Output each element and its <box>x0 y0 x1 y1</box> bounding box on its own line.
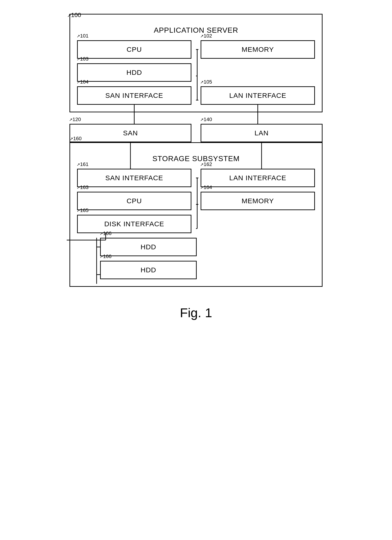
ref-165: ↗165 <box>77 207 89 213</box>
spacer-storage-row3 <box>201 215 315 233</box>
lan-interface-box-storage: LAN INTERFACE <box>201 169 315 187</box>
cpu-box-storage: CPU <box>77 192 191 210</box>
storage-inner: ↗161 SAN INTERFACE ↗162 LAN INTERFACE ↗1… <box>77 169 315 233</box>
storage-title: STORAGE SUBSYSTEM <box>77 155 315 163</box>
storage-container: ↗160 STORAGE SUBSYSTEM ↗161 SAN INTERFAC… <box>69 142 323 287</box>
ref-140: ↗140 <box>200 116 212 122</box>
disk-interface-wrapper: ↗165 DISK INTERFACE <box>77 215 191 233</box>
disk-interface-box: DISK INTERFACE <box>77 215 191 233</box>
hdd-section: ↗166 HDD ↗166 HDD <box>77 238 315 279</box>
ref-162: ↗162 <box>200 161 212 167</box>
ref-104: ↗104 <box>77 79 89 85</box>
hdd2-box-storage: HDD <box>100 261 197 279</box>
spacer-row2 <box>201 63 315 82</box>
storage-row1: ↗161 SAN INTERFACE ↗162 LAN INTERFACE <box>77 169 315 187</box>
cpu-box-app: CPU <box>77 40 191 59</box>
ref-102: ↗102 <box>200 33 212 39</box>
storage-row2: ↗163 CPU ↗164 MEMORY <box>77 192 315 210</box>
memory-box-storage: MEMORY <box>201 192 315 210</box>
memory-wrapper-app: ↗102 MEMORY <box>201 40 315 59</box>
ref-120: ↗120 <box>69 116 81 122</box>
app-server-inner: ↗101 CPU ↗102 MEMORY ↗103 HDD <box>77 40 315 105</box>
ref-166b: ↗166 <box>100 253 112 260</box>
san-interface-box-app: SAN INTERFACE <box>77 86 191 105</box>
app-server-row1: ↗101 CPU ↗102 MEMORY <box>77 40 315 59</box>
ref-161: ↗161 <box>77 161 89 167</box>
cpu-wrapper-app: ↗101 CPU <box>77 40 191 59</box>
ref-160: ↗160 <box>70 135 82 142</box>
lan-interface-box-app: LAN INTERFACE <box>201 86 315 105</box>
lan-interface-wrapper-app: ↗105 LAN INTERFACE <box>201 86 315 105</box>
network-row: ↗120 SAN ↗140 LAN <box>69 112 323 142</box>
san-interface-wrapper-app: ↗104 SAN INTERFACE <box>77 86 191 105</box>
app-server-row3: ↗104 SAN INTERFACE ↗105 LAN INTERFACE <box>77 86 315 105</box>
san-network-wrapper: ↗120 SAN <box>69 112 191 142</box>
ref-103: ↗103 <box>77 56 89 62</box>
app-server-title: APPLICATION SERVER <box>77 26 315 35</box>
cpu-wrapper-storage: ↗163 CPU <box>77 192 191 210</box>
lan-box: LAN <box>201 124 323 142</box>
ref-164: ↗164 <box>200 184 212 190</box>
ref-105: ↗105 <box>200 79 212 85</box>
memory-wrapper-storage: ↗164 MEMORY <box>201 192 315 210</box>
ref-163: ↗163 <box>77 184 89 190</box>
lan-network-wrapper: ↗140 LAN <box>201 112 323 142</box>
memory-box-app: MEMORY <box>201 40 315 59</box>
hdd1-wrapper-storage: ↗166 HDD <box>100 238 315 256</box>
ref-166a: ↗166 <box>100 230 112 236</box>
hdd-wrapper-app: ↗103 HDD <box>77 63 191 82</box>
hdd1-box-storage: HDD <box>100 238 197 256</box>
san-box: SAN <box>69 124 191 142</box>
diagram-wrapper: ↗100 APPLICATION SERVER ↗101 CPU ↗102 ME… <box>69 14 323 287</box>
app-server-row2: ↗103 HDD <box>77 63 315 82</box>
app-server-container: APPLICATION SERVER ↗101 CPU ↗102 MEMORY <box>69 14 323 112</box>
san-interface-wrapper-storage: ↗161 SAN INTERFACE <box>77 169 191 187</box>
hdd-box-app: HDD <box>77 63 191 82</box>
lan-interface-wrapper-storage: ↗162 LAN INTERFACE <box>201 169 315 187</box>
storage-row3: ↗165 DISK INTERFACE <box>77 215 315 233</box>
fig-caption: Fig. 1 <box>180 305 212 320</box>
san-interface-box-storage: SAN INTERFACE <box>77 169 191 187</box>
ref-101: ↗101 <box>77 33 89 39</box>
hdd2-wrapper-storage: ↗166 HDD <box>100 261 315 279</box>
